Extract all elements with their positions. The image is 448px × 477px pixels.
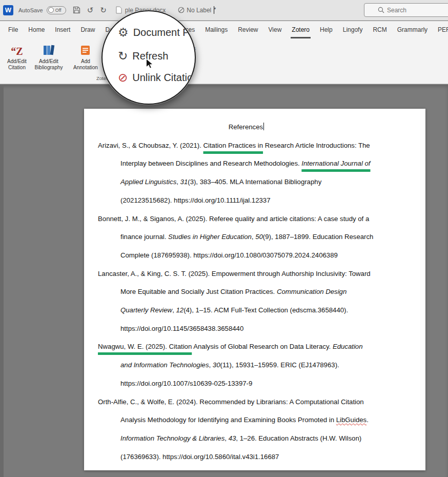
reference-line: More Equitable and Socially Just Citatio… [98,283,395,301]
add-edit-bibliography-button[interactable]: Add/Edit Bibliography [32,41,66,81]
reference-text: Quarterly Review [120,306,172,314]
reference-text: Analysis Methodology for Identifying and… [120,416,336,424]
search-box[interactable] [364,3,448,17]
redo-button[interactable]: ↻ [100,6,107,14]
reference-line: Arizavi, S., & Choubsaz, Y. (2021). Cita… [98,136,395,155]
tab-perrla[interactable]: PERRLA [433,21,448,38]
reference-line: Lancaster, A., & King, C. S. T. (2025). … [98,265,395,283]
reference-text: 43 [229,434,236,442]
ribbon-body: “Z Add/Edit Citation Add/Edit Bibliograp… [0,38,448,84]
reference-line: Orth-Alfie, C., & Wolfe, E. (2024). Reco… [98,393,395,411]
reference-line: Analysis Methodology for Identifying and… [98,411,395,429]
magnified-document-preferences[interactable]: ⚙Document Preferences [118,27,196,38]
sensitivity-label-text: No Label [187,7,211,14]
reference-text: Information Technology & Libraries [120,434,225,442]
save-icon [73,6,80,14]
reference-text: (9), 1887–1899. Education Research [263,233,374,241]
reference-line: (202123515682). https://doi.org/10.1111/… [98,191,395,210]
references-heading: References [98,118,395,136]
add-edit-citation-label-2: Citation [2,65,32,71]
add-edit-citation-label-1: Add/Edit [2,58,32,65]
reference-text: https://doi.org/10.1145/3658438.3658440 [120,325,243,332]
reference-text: Research Article Introductions: The [263,142,370,149]
reference-line: (176369633). https://doi.org/10.5860/ita… [98,448,395,466]
text-cursor [263,123,264,130]
magnified-item-label: Unlink Citations [132,72,196,84]
reference-line: Quarterly Review, 12(4), 1–15. ACM Full-… [98,301,395,320]
reference-line: Nwagwu, W. E. (2025). Citation Analysis … [98,337,395,356]
reference-text: https://doi.org/10.1007/s10639-025-13397… [120,380,252,387]
toggle-knob [48,7,54,13]
annotation-icon [79,44,92,56]
magnified-refresh[interactable]: ↻Refresh [118,50,168,62]
document-page[interactable]: References Arizavi, S., & Choubsaz, Y. (… [84,109,425,470]
reference-text: 31 [180,178,188,186]
reference-line: and Information Technologies, 30(11), 15… [98,356,395,374]
tab-zotero[interactable]: Zotero [287,21,315,38]
references-list: Arizavi, S., & Choubsaz, Y. (2021). Cita… [98,136,395,466]
refresh-icon: ↻ [118,50,128,62]
reference-entry: Lancaster, A., & King, C. S. T. (2025). … [98,265,395,338]
add-edit-citation-button[interactable]: “Z Add/Edit Citation [2,41,32,81]
tab-draw[interactable]: Draw [75,21,100,38]
document-file-icon [116,6,122,14]
reference-text: , 1–26. Education Abstracts (H.W. Wilson… [236,434,361,442]
mouse-cursor-icon [146,58,154,69]
reference-text: , [209,361,213,369]
sensitivity-label-button[interactable]: No Label ▾ [178,6,214,14]
tab-rcm[interactable]: RCM [368,21,392,38]
tab-help[interactable]: Help [315,21,338,38]
magnified-unlink-citations[interactable]: ⊘Unlink Citations [118,72,196,84]
tab-insert[interactable]: Insert [50,21,75,38]
save-button[interactable] [73,6,80,14]
reference-line: Applied Linguistics, 31(3), 383–405. MLA… [98,173,395,191]
reference-text: Orth-Alfie, C., & Wolfe, E. (2024). Reco… [98,398,364,406]
tab-view[interactable]: View [263,21,287,38]
search-icon [378,7,384,13]
search-input[interactable] [364,7,448,14]
tab-review[interactable]: Review [233,21,263,38]
reference-text: , [225,434,228,442]
reference-line: Bonnett, J. M., & Siganos, A. (2025). Re… [98,210,395,228]
reference-line: finance journal. Studies in Higher Educa… [98,228,395,246]
tab-home[interactable]: Home [23,21,50,38]
tab-file[interactable]: File [3,21,23,38]
reference-text: (202123515682). https://doi.org/10.1111/… [120,196,271,204]
reference-entry: Arizavi, S., & Choubsaz, Y. (2021). Cita… [98,136,395,210]
reference-text: Lancaster, A., & King, C. S. T. (2025). … [98,270,371,277]
reference-text: (4), 1–15. ACM Full-Text Collection (eds… [184,306,348,314]
tab-mailings[interactable]: Mailings [200,21,233,38]
reference-entry: Orth-Alfie, C., & Wolfe, E. (2024). Reco… [98,393,395,466]
bibliography-books-icon [42,44,55,56]
reference-text: (176369633). https://doi.org/10.5860/ita… [120,453,279,461]
reference-text: Analysis of Global Research on Data Lite… [192,343,333,350]
reference-line: Information Technology & Libraries, 43, … [98,429,395,448]
add-edit-bibliography-label-1: Add/Edit [32,58,66,65]
spellcheck-flagged-text: LibGuides [336,416,366,424]
reference-entry: Nwagwu, W. E. (2025). Citation Analysis … [98,337,395,392]
undo-icon: ↺ [87,6,94,14]
reference-text: 12 [176,306,184,314]
redo-icon: ↻ [100,6,107,14]
autosave-state: Off [55,8,62,13]
reference-line: Interplay between Disciplines and Resear… [98,154,395,173]
reference-text: Studies in Higher Education [168,233,252,241]
tab-grammarly[interactable]: Grammarly [392,21,433,38]
reference-text: Communication Design [277,288,347,295]
autosave-toggle[interactable]: Off [47,6,66,14]
chevron-down-icon: ▾ [214,6,214,14]
reference-text: 50 [255,233,263,241]
add-edit-bibliography-label-2: Bibliography [32,65,66,71]
ribbon-tabs: FileHomeInsertDrawDesignLayoutReferences… [0,21,448,38]
reference-text: , [176,178,180,186]
tab-lingofy[interactable]: Lingofy [338,21,368,38]
reference-line: https://doi.org/10.1007/s10639-025-13397… [98,374,395,393]
add-annotation-label-2: Annotation [70,65,101,71]
green-highlighted-text: International Journal of [301,160,370,167]
add-annotation-label-1: Add [70,58,101,65]
reference-text: Interplay between Disciplines and Resear… [120,160,301,167]
undo-button[interactable]: ↺ [87,6,94,14]
reference-text: Applied Linguistics [120,178,176,186]
titlebar: W AutoSave Off ↺ ↻ ple Paper.docx No Lab… [0,0,448,21]
reference-text: finance journal. [120,233,168,241]
